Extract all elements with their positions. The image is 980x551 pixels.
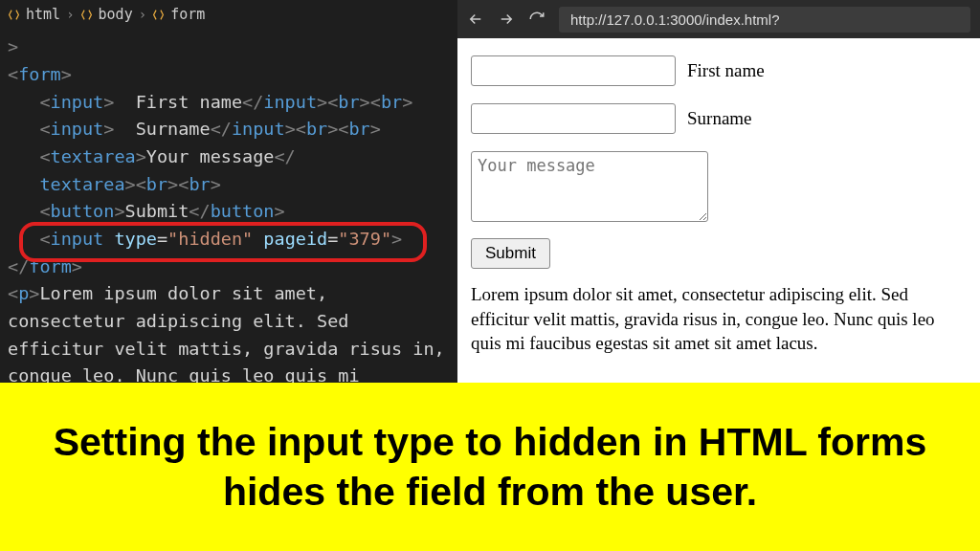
refresh-icon[interactable]: [528, 11, 546, 28]
breadcrumb: html › body › form: [0, 0, 457, 30]
rendered-page: First name Surname Submit Lorem ipsum do…: [457, 38, 980, 373]
breadcrumb-item[interactable]: html: [26, 4, 60, 26]
breadcrumb-item[interactable]: form: [170, 4, 205, 26]
brackets-icon: [152, 9, 165, 21]
breadcrumb-item[interactable]: body: [99, 4, 133, 26]
chevron-right-icon: ›: [66, 5, 74, 26]
firstname-input[interactable]: [471, 55, 676, 86]
code-editor: html › body › form > <form> <input> Firs…: [0, 0, 457, 383]
firstname-label: First name: [687, 60, 765, 81]
back-icon[interactable]: [467, 11, 484, 28]
submit-button[interactable]: Submit: [471, 238, 550, 269]
browser-toolbar: http://127.0.0.1:3000/index.html?: [457, 0, 980, 38]
message-textarea[interactable]: [471, 151, 708, 222]
highlighted-line: <input type="hidden" pageid="379">: [0, 226, 457, 253]
code-block[interactable]: > <form> <input> First name</input><br><…: [0, 30, 457, 383]
url-bar[interactable]: http://127.0.0.1:3000/index.html?: [559, 7, 970, 33]
forward-icon[interactable]: [498, 11, 515, 28]
browser-preview: http://127.0.0.1:3000/index.html? First …: [457, 0, 980, 383]
brackets-icon: [80, 9, 93, 21]
surname-label: Surname: [687, 108, 752, 129]
caption-text: Setting the input type to hidden in HTML…: [21, 417, 959, 518]
surname-input[interactable]: [471, 103, 676, 134]
brackets-icon: [8, 9, 20, 21]
caption-banner: Setting the input type to hidden in HTML…: [0, 383, 980, 551]
paragraph-text: Lorem ipsum dolor sit amet, consectetur …: [471, 282, 967, 356]
chevron-right-icon: ›: [139, 5, 146, 26]
